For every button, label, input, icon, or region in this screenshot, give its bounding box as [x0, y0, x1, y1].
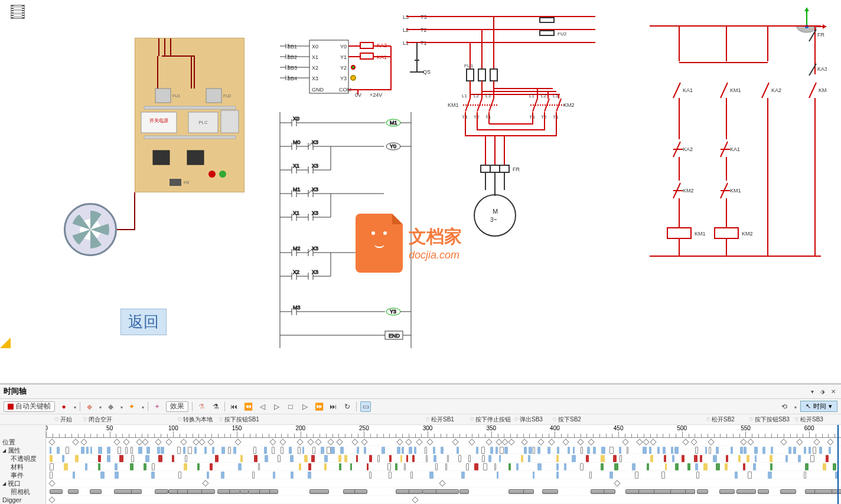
svg-text:L1: L1	[462, 93, 467, 99]
autokey-toggle[interactable]: 自动关键帧	[4, 401, 55, 412]
stop-icon[interactable]: □	[285, 401, 296, 412]
prev-frame-icon[interactable]: ◁	[257, 401, 268, 412]
marker[interactable]: 按下按钮SB3	[749, 415, 790, 424]
marker[interactable]: 按下按钮SB1	[219, 415, 259, 424]
svg-text:FU2: FU2	[223, 94, 231, 98]
svg-text:T3: T3	[529, 114, 535, 120]
marker[interactable]: 松开SB3	[794, 415, 823, 424]
goto-start-icon[interactable]: ⏮	[229, 401, 239, 412]
svg-text:L1: L1	[529, 93, 534, 99]
svg-text:T1: T1	[553, 114, 559, 120]
watermark: ⌣ 文档家 docjia.com	[356, 214, 462, 273]
svg-text:Y0: Y0	[340, 44, 347, 50]
timeline-ruler[interactable]: 050100150200250300350400450500550600	[46, 425, 841, 438]
svg-text:KM2: KM2	[563, 102, 575, 108]
prev-key-icon[interactable]: ⏪	[243, 401, 253, 412]
marker[interactable]: 开始	[54, 415, 72, 424]
svg-point-36	[351, 76, 356, 80]
effects-icon[interactable]: ✦	[152, 401, 162, 412]
key-tool-3-icon[interactable]: ✦	[126, 401, 137, 412]
next-key-icon[interactable]: ⏩	[314, 401, 324, 412]
panel-close-icon[interactable]: ✕	[829, 387, 837, 395]
record-menu[interactable]	[73, 403, 76, 410]
marker[interactable]: 松开SB1	[425, 415, 454, 424]
svg-text:FU1: FU1	[172, 94, 180, 98]
svg-rect-103	[667, 228, 691, 238]
svg-text:X1: X1	[312, 54, 318, 60]
svg-text:KA2: KA2	[683, 146, 693, 152]
svg-rect-90	[540, 18, 554, 22]
svg-text:SB4: SB4	[287, 76, 297, 81]
watermark-text-en: docjia.com	[409, 249, 462, 261]
canvas-area[interactable]: 开关电源 PLC FU1 FU2 FR X0Y0 X1Y1 X2Y2 X3Y3 …	[0, 0, 841, 384]
marker[interactable]: 弹出SB3	[514, 415, 543, 424]
svg-text:KM1: KM1	[695, 231, 706, 237]
svg-text:L2: L2	[474, 93, 479, 99]
svg-text:X3: X3	[312, 210, 318, 216]
panel-minimize-icon[interactable]: ▾	[808, 387, 816, 395]
wiring-board: 开关电源 PLC FU1 FU2 FR	[135, 38, 245, 192]
loop-icon[interactable]: ↻	[342, 401, 353, 412]
svg-rect-34	[360, 53, 373, 59]
tracks-area[interactable]: 050100150200250300350400450500550600	[46, 425, 841, 504]
svg-text:M1: M1	[293, 186, 301, 192]
next-frame-icon[interactable]: ▷	[299, 401, 310, 412]
mode-icon[interactable]: ▭	[360, 401, 371, 412]
svg-text:X1: X1	[293, 163, 299, 169]
track-labels: 位置 ◢属性 不透明度 材料 事件 ◢视口 照相机 Digger	[0, 425, 46, 504]
svg-text:SB1: SB1	[287, 44, 297, 50]
svg-text:L2: L2	[541, 93, 546, 99]
fit-icon[interactable]: ⟲	[779, 401, 790, 412]
marker[interactable]: 转换为本地	[177, 415, 213, 424]
track-position[interactable]: 位置	[0, 438, 45, 446]
track-attributes[interactable]: ◢属性	[0, 446, 45, 454]
svg-text:M3: M3	[293, 305, 301, 310]
track-digger[interactable]: Digger	[0, 496, 45, 504]
goto-end-icon[interactable]: ⏭	[328, 401, 338, 412]
svg-text:M2: M2	[293, 246, 301, 251]
svg-rect-4	[155, 89, 171, 103]
svg-rect-105	[715, 228, 738, 238]
svg-text:M0: M0	[293, 139, 301, 145]
time-mode-button[interactable]: ↖ 时间 ▾	[800, 401, 837, 412]
svg-rect-9	[187, 150, 204, 165]
svg-text:KA3: KA3	[817, 66, 827, 72]
marker[interactable]: 松开SB2	[706, 415, 735, 424]
svg-text:Y3: Y3	[340, 76, 347, 81]
track-opacity[interactable]: 不透明度	[0, 454, 45, 463]
track-camera[interactable]: 照相机	[0, 487, 45, 496]
svg-text:X0: X0	[293, 116, 299, 122]
svg-text:FR: FR	[184, 181, 189, 185]
svg-text:Y1: Y1	[340, 54, 347, 60]
panel-pin-icon[interactable]: ⬗	[819, 387, 827, 395]
playhead[interactable]	[837, 425, 839, 504]
play-icon[interactable]: ▷	[271, 401, 282, 412]
svg-rect-85	[500, 165, 509, 172]
board-plc-label: PLC	[198, 120, 208, 125]
marker[interactable]: 闭合空开	[83, 415, 112, 424]
key-tool-2-icon[interactable]: ◆	[105, 401, 116, 412]
svg-point-87	[474, 195, 516, 236]
svg-text:X3: X3	[312, 186, 318, 192]
svg-text:T2: T2	[474, 114, 480, 120]
return-button[interactable]: 返回	[120, 309, 167, 335]
svg-point-10	[208, 171, 216, 178]
svg-text:T3: T3	[462, 114, 468, 120]
svg-text:KA1: KA1	[683, 87, 693, 93]
filter-1-icon[interactable]: ⚗	[196, 401, 207, 412]
track-material[interactable]: 材料	[0, 463, 45, 471]
effects-button[interactable]: 效果	[166, 401, 188, 412]
marker[interactable]: 按下SB2	[552, 415, 581, 424]
filter-2-icon[interactable]: ⚗	[210, 401, 221, 412]
record-icon[interactable]: ●	[58, 401, 69, 412]
track-event[interactable]: 事件	[0, 471, 45, 479]
key-tool-1-icon[interactable]: ◆	[84, 401, 94, 412]
track-viewport[interactable]: ◢视口	[0, 479, 45, 487]
marker[interactable]: 按下停止按钮	[470, 415, 511, 424]
film-icon[interactable]	[11, 5, 25, 19]
timeline-panel: 时间轴 ▾ ⬗ ✕ 自动关键帧 ● ◆ ◆ ✦ ✦ 效果 ⚗ ⚗ ⏮ ⏪ ◁ ▷…	[0, 384, 841, 504]
timeline-body: 位置 ◢属性 不透明度 材料 事件 ◢视口 照相机 Digger 0501001…	[0, 425, 841, 504]
svg-text:Y3: Y3	[390, 309, 396, 315]
timeline-title: 时间轴	[4, 386, 27, 397]
svg-text:L3: L3	[553, 93, 558, 99]
